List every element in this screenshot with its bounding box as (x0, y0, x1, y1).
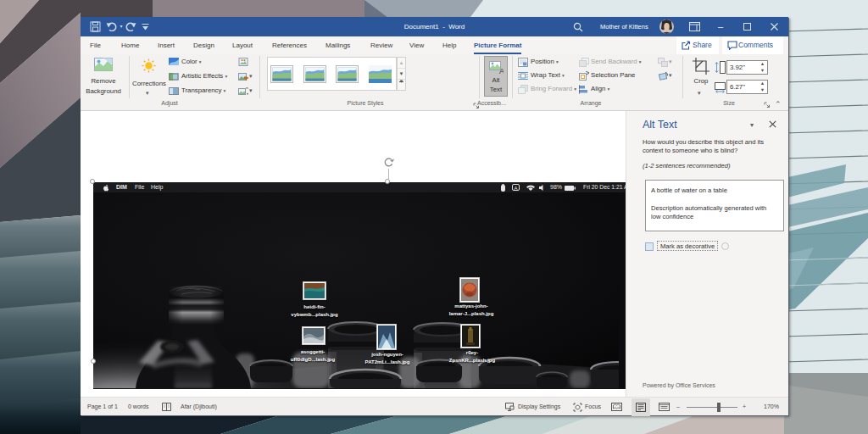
svg-text:A: A (499, 67, 504, 74)
